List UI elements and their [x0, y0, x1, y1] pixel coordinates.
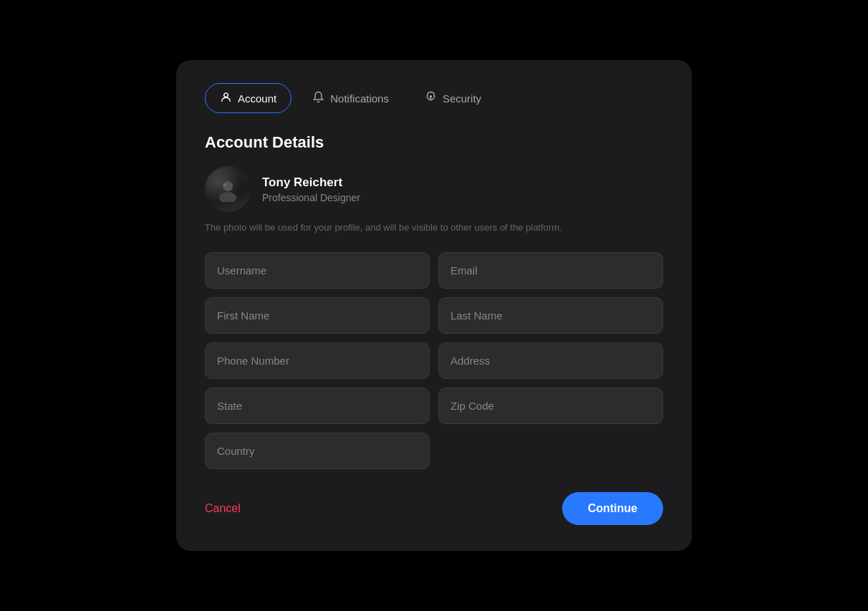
email-input[interactable]	[438, 252, 663, 289]
form-grid	[205, 252, 663, 469]
profile-role: Professional Designer	[262, 192, 360, 203]
tab-bar: Account Notifications Security	[205, 83, 663, 113]
tab-notifications-label: Notifications	[330, 92, 389, 105]
profile-name: Tony Reichert	[262, 175, 360, 190]
notifications-icon	[312, 91, 324, 105]
svg-point-2	[223, 181, 233, 191]
tab-security-label: Security	[443, 92, 481, 105]
continue-button[interactable]: Continue	[562, 492, 663, 525]
cancel-button[interactable]: Cancel	[205, 496, 241, 521]
profile-row: Tony Reichert Professional Designer	[205, 166, 663, 212]
tab-account-label: Account	[238, 92, 276, 105]
action-row: Cancel Continue	[205, 492, 663, 525]
zip-code-input[interactable]	[438, 388, 663, 424]
svg-point-4	[223, 183, 226, 186]
section-title: Account Details	[205, 133, 663, 152]
account-icon	[220, 91, 232, 105]
first-name-input[interactable]	[205, 297, 430, 334]
svg-point-0	[224, 93, 228, 97]
tab-account[interactable]: Account	[205, 83, 291, 113]
address-input[interactable]	[438, 342, 663, 379]
username-input[interactable]	[205, 252, 430, 289]
tab-security[interactable]: Security	[410, 83, 496, 113]
last-name-input[interactable]	[438, 297, 663, 334]
profile-info: Tony Reichert Professional Designer	[262, 175, 360, 203]
tab-notifications[interactable]: Notifications	[297, 83, 404, 113]
state-input[interactable]	[205, 388, 430, 424]
country-input[interactable]	[205, 433, 430, 469]
phone-number-input[interactable]	[205, 342, 430, 379]
svg-point-3	[219, 192, 236, 202]
avatar-image	[205, 166, 251, 212]
photo-note: The photo will be used for your profile,…	[205, 221, 663, 235]
avatar[interactable]	[205, 166, 251, 212]
settings-modal: Account Notifications Security Acco	[176, 60, 692, 551]
security-icon	[425, 91, 437, 105]
